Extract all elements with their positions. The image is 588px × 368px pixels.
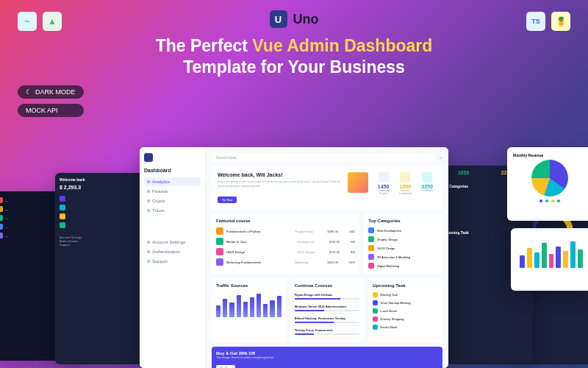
pie-chart <box>531 160 568 197</box>
course-row[interactable]: Marketing FundamentalsMarketing$320.0010… <box>216 257 355 267</box>
welcome-illustration <box>348 172 368 193</box>
category-row[interactable]: 3D Animation & Modeling <box>368 252 438 261</box>
pinia-icon: 🍍 <box>551 12 570 31</box>
search-icon[interactable]: ⌕ <box>440 155 442 160</box>
course-row[interactable]: Fundamentals of PythonProgramming$280.00… <box>216 226 355 236</box>
category-row[interactable]: Graphic Design <box>368 235 438 244</box>
pie-chart-card: Monthly Revenue <box>507 147 588 221</box>
promo-banner: Buy & Get 20% Off The design theme to ma… <box>212 347 442 368</box>
sidebar-item-analytics[interactable]: Analytics <box>144 177 201 186</box>
feature-badges: ☾DARK MODE MOCK API <box>18 85 84 117</box>
mock-api-badge: MOCK API <box>18 104 84 117</box>
sidebar-item-finance[interactable]: Finance <box>144 187 201 196</box>
sidebar-item-tutors[interactable]: Tutors <box>144 206 201 215</box>
vue-icon: ▲ <box>43 12 62 31</box>
task-row[interactable]: Grocery Shopping <box>373 315 438 323</box>
category-row[interactable]: Digital Marketing <box>368 261 438 270</box>
continue-item[interactable]: Windows Server 2016 Administration <box>295 302 360 314</box>
dark-mode-badge: ☾DARK MODE <box>18 85 84 99</box>
sidebar-item-auth[interactable]: Authentication <box>144 247 201 256</box>
main-content: Search here... ⌕ Welcome back, Will Jack… <box>206 147 448 368</box>
bar-chart <box>517 234 586 271</box>
welcome-card: Welcome back, Will Jacks! If you are goi… <box>212 166 442 210</box>
stats-row: 1450Completed Project 1050Courses Comple… <box>374 172 437 204</box>
tech-badges-row: ~ ▲ TS 🍍 <box>0 12 588 31</box>
main-dashboard-preview: Dashboard Analytics Finance Crypto Tutor… <box>140 147 448 368</box>
course-row[interactable]: UI/UX DesignUI/UX Design$150.00850 <box>216 247 355 257</box>
sidebar-item-support[interactable]: Support <box>144 257 201 266</box>
top-categories-card: Top Categories Web DevelopmentGraphic De… <box>364 214 442 275</box>
screenshots-collage: — — — — — Welcome back $ 2,293.3 Account… <box>0 125 588 368</box>
task-row[interactable]: Lunch Break <box>373 307 438 315</box>
promo-button[interactable]: Go Now <box>216 365 235 368</box>
continue-courses-card: Continue Courses Figma Design with Unika… <box>290 279 365 342</box>
task-row[interactable]: Morning Task <box>373 291 438 299</box>
task-row[interactable]: Read a Book <box>373 323 438 331</box>
sidebar-logo <box>144 153 153 162</box>
sidebar-item-account[interactable]: Account Settings <box>144 238 201 247</box>
sidebar: Dashboard Analytics Finance Crypto Tutor… <box>140 147 206 368</box>
featured-courses-card: Featured course Fundamentals of PythonPr… <box>212 214 359 275</box>
sidebar-title: Dashboard <box>144 168 201 173</box>
welcome-title: Welcome back, Will Jacks! <box>218 172 342 177</box>
bar-chart-card <box>511 228 588 291</box>
task-row[interactable]: Team Standup Meeting <box>373 299 438 307</box>
continue-item[interactable]: Ethical Hacking, Penetration Testing <box>295 314 360 326</box>
course-row[interactable]: Master in JavaDevelopment$230.00940 <box>216 236 355 247</box>
dark-preview-left: Welcome back $ 2,293.3 Account Settings … <box>55 173 151 364</box>
traffic-sources-card: Traffic Sources <box>212 279 286 342</box>
upcoming-task-card: Upcoming Task Morning TaskTeam Standup M… <box>368 279 442 342</box>
typescript-icon: TS <box>526 12 545 31</box>
search-input[interactable]: Search here... <box>212 153 435 162</box>
continue-item[interactable]: Figma Design with Unikaas <box>295 291 360 302</box>
moon-icon: ☾ <box>26 88 32 96</box>
tailwind-icon: ~ <box>18 12 37 31</box>
continue-item[interactable]: Testing Vue.js Components <box>295 326 360 338</box>
category-row[interactable]: Web Development <box>368 226 438 235</box>
headline: The Perfect Vue Admin Dashboard Template… <box>0 35 588 78</box>
category-row[interactable]: UI/UX Design <box>368 244 438 252</box>
welcome-desc: If you are going to use a passage of Lor… <box>218 180 342 188</box>
welcome-button[interactable]: Go Now <box>218 197 237 203</box>
sidebar-item-crypto[interactable]: Crypto <box>144 197 201 205</box>
